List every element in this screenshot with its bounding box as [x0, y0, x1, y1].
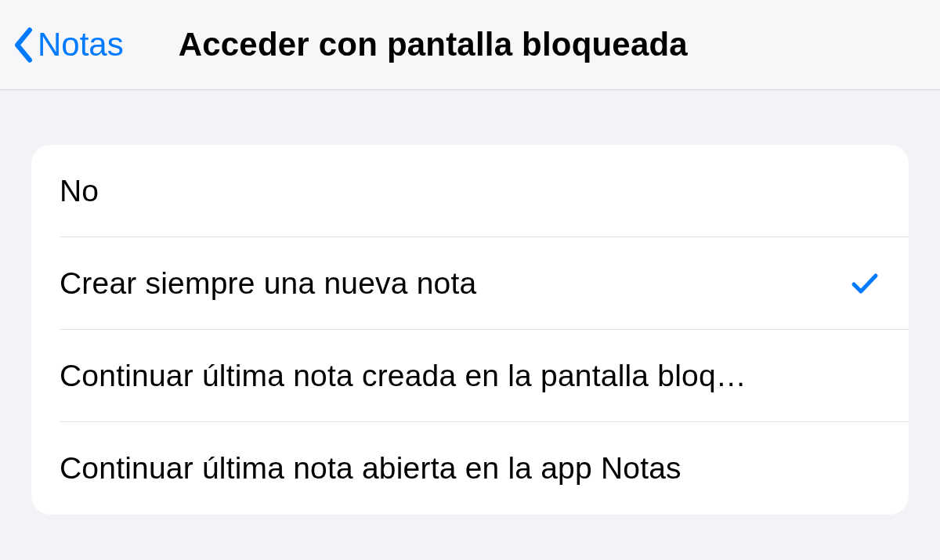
- option-label: No: [60, 174, 880, 208]
- checkmark-icon: [849, 268, 880, 299]
- content-area: No Crear siempre una nueva nota Continua…: [0, 90, 940, 515]
- back-label: Notas: [38, 28, 124, 61]
- chevron-left-icon: [11, 27, 36, 63]
- option-label: Continuar última nota creada en la panta…: [60, 359, 880, 393]
- page-title: Acceder con pantalla bloqueada: [179, 26, 688, 63]
- back-button[interactable]: Notas: [11, 27, 124, 63]
- option-resume-last-lockscreen-note[interactable]: Continuar última nota creada en la panta…: [31, 330, 909, 422]
- nav-bar: Notas Acceder con pantalla bloqueada: [0, 0, 940, 90]
- option-label: Continuar última nota abierta en la app …: [60, 451, 880, 486]
- option-label: Crear siempre una nueva nota: [60, 266, 849, 301]
- option-resume-last-app-note[interactable]: Continuar última nota abierta en la app …: [31, 422, 909, 515]
- option-always-create-new-note[interactable]: Crear siempre una nueva nota: [31, 237, 909, 330]
- option-off[interactable]: No: [31, 145, 909, 237]
- options-list: No Crear siempre una nueva nota Continua…: [31, 145, 909, 515]
